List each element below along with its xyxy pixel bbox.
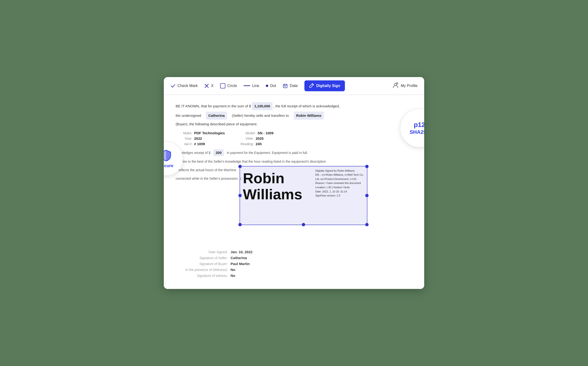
witness-sig-label: Signature of witness:: [176, 274, 228, 278]
sig-name-line2: Williams: [243, 186, 302, 202]
svg-rect-6: [284, 86, 285, 86]
buyer-sig-label: Signature of Buyer:: [176, 262, 228, 266]
circle-label: Circle: [227, 84, 237, 88]
tool-line[interactable]: Line: [243, 84, 259, 88]
digitally-sign-button[interactable]: Digitally Sign: [304, 80, 345, 91]
witness-row: In the presence of (Witness): No: [176, 268, 412, 272]
my-profile-label: My Profile: [401, 84, 418, 88]
handle-bm[interactable]: [302, 223, 305, 226]
payment-amount[interactable]: 1,100,000: [252, 102, 273, 110]
intro-text: BE IT KNOWN, that for payment in the sum…: [176, 104, 251, 108]
table-row-serial-reading: rial #: # 1009 Reading: 24h: [176, 142, 412, 146]
make-label: Make:: [176, 131, 192, 135]
date-signed-label: Date Signed:: [176, 250, 228, 254]
seller-sig-row: Signature of Seller: Catherina: [176, 256, 412, 260]
check-mark-label: Check Mark: [178, 84, 198, 88]
x-mark-label: X: [211, 84, 213, 88]
buyer-sig-row: Signature of Buyer: Paul Martin: [176, 262, 412, 266]
sha-text: SHA256: [409, 129, 424, 135]
para2-text: certifies to the best of the Seller's kn…: [176, 160, 326, 163]
date-label: Date: [290, 84, 298, 88]
document-line2: the undersigned Catherina (Seller) hereb…: [176, 112, 412, 120]
tool-date[interactable]: Date: [283, 83, 298, 88]
para1b-text: in payment for the Equipment. Equipment …: [227, 151, 308, 155]
handle-bl[interactable]: [238, 223, 242, 226]
document-line3: (Buyer), the following described piece o…: [176, 121, 412, 128]
buyer-name-field[interactable]: Robin Williams: [294, 112, 324, 120]
calendar-icon: [283, 83, 288, 88]
digitally-sign-label: Digitally Sign: [316, 84, 340, 88]
handle-mr[interactable]: [365, 194, 368, 197]
line-icon: [243, 85, 250, 86]
year-label: Year:: [176, 137, 192, 140]
seller-sig-label: Signature of Seller:: [176, 256, 228, 260]
profile-icon: [392, 82, 399, 90]
make-cell: Make: PDF Technologies: [176, 131, 225, 135]
handle-br[interactable]: [365, 223, 368, 226]
my-profile-button[interactable]: My Profile: [392, 82, 418, 90]
payment2-field[interactable]: 200: [213, 149, 224, 156]
end-text: (Buyer), the following described piece o…: [176, 122, 257, 126]
reading-cell: Reading: 24h: [237, 142, 284, 146]
line-label: Line: [252, 84, 259, 88]
make-value: PDF Technologies: [194, 131, 225, 135]
dot-icon: [266, 85, 268, 87]
tool-circle[interactable]: Circle: [220, 83, 237, 88]
vin-value: 2025: [256, 137, 263, 140]
serial-label: rial #:: [176, 142, 192, 146]
year-cell: Year: 2022: [176, 137, 223, 140]
handle-tr[interactable]: [365, 165, 368, 168]
witness-label: In the presence of (Witness):: [176, 268, 228, 272]
document-area: Secure p12 SHA256 BE IT KNOWN, that for …: [164, 95, 424, 289]
tool-x-mark[interactable]: X: [204, 84, 213, 88]
paragraph2: certifies to the best of the Seller's kn…: [176, 159, 412, 165]
model-cell: Model: SN - 1009: [239, 131, 286, 135]
seller-name-field[interactable]: Catherina: [206, 112, 227, 120]
serial-value: # 1009: [194, 142, 205, 146]
secure-label: Secure: [164, 163, 173, 168]
date-signed-row: Date Signed: Jan. 10, 2022: [176, 250, 412, 254]
intro2-text: , the full receipt of which is acknowled…: [273, 104, 340, 108]
buyer-sig-value: Paul Martin: [231, 262, 250, 266]
model-label: Model:: [239, 131, 256, 135]
handle-ml[interactable]: [238, 194, 242, 197]
signature-details: Digitally Signed by Robin WilliamsDN：cn=…: [313, 167, 367, 225]
seller-sig-value: Catherina: [231, 256, 247, 260]
digital-signature-box[interactable]: Robin Williams Digitally Signed by Robin…: [240, 166, 367, 225]
sig-name-line1: Robin: [243, 170, 284, 186]
signature-name-large: Robin Williams: [240, 167, 313, 225]
year-value: 2022: [194, 137, 202, 140]
vin-cell: VIN#: 2025: [237, 137, 284, 140]
checkmark-icon: [170, 83, 176, 88]
date-signed-value: Jan. 10, 2022: [231, 250, 253, 254]
toolbar: Check Mark X Circle Line: [164, 77, 424, 95]
vin-label: VIN#:: [237, 137, 254, 140]
document-intro: BE IT KNOWN, that for payment in the sum…: [176, 102, 412, 110]
tool-dot[interactable]: Dot: [266, 84, 276, 88]
shield-icon: [164, 149, 172, 162]
serial-cell: rial #: # 1009: [176, 142, 223, 146]
signature-section: Date Signed: Jan. 10, 2022 Signature of …: [176, 250, 412, 278]
table-row-make-model: Make: PDF Technologies Model: SN - 1009: [176, 131, 412, 135]
tool-check-mark[interactable]: Check Mark: [170, 83, 198, 88]
equipment-table: Make: PDF Technologies Model: SN - 1009 …: [176, 131, 412, 146]
pen-icon: [309, 83, 314, 89]
table-row-year-vin: Year: 2022 VIN#: 2025: [176, 137, 412, 140]
p12-text: p12: [414, 121, 424, 129]
para4-text: connected while in the Seller's possessi…: [176, 177, 241, 180]
witness-sig-row: Signature of witness: No: [176, 274, 412, 278]
model-value: SN - 1009: [258, 131, 274, 135]
svg-rect-7: [285, 86, 286, 86]
dot-label: Dot: [270, 84, 276, 88]
main-container: Check Mark X Circle Line: [164, 77, 424, 289]
witness-sig-value: No: [231, 274, 235, 278]
middle-text: (Seller) hereby sells and transfers to: [232, 114, 289, 117]
paragraph1: knowledges receipt of $ 200 in payment f…: [176, 149, 412, 156]
witness-value: No: [231, 268, 235, 272]
sig-details-text: Digitally Signed by Robin WilliamsDN：cn=…: [315, 169, 364, 197]
xmark-icon: [204, 84, 209, 88]
reading-label: Reading:: [237, 142, 254, 146]
undersigned-label: the undersigned: [176, 114, 201, 117]
handle-tl[interactable]: [238, 165, 242, 168]
reading-value: 24h: [256, 142, 262, 146]
